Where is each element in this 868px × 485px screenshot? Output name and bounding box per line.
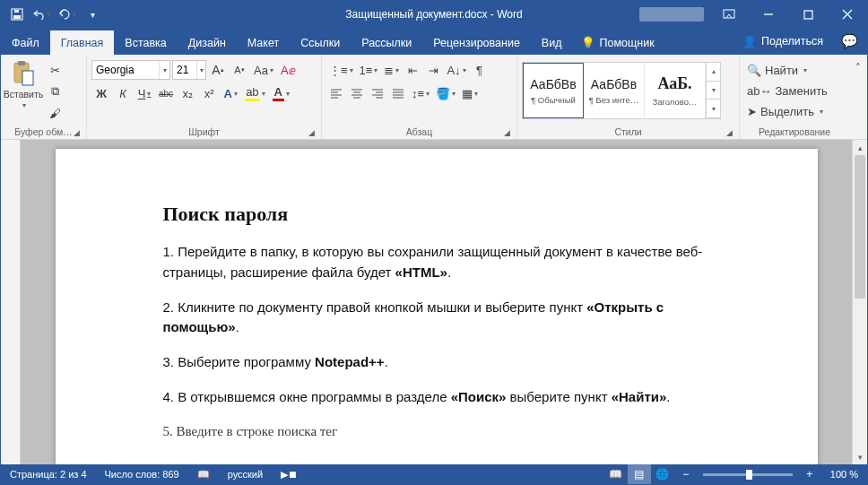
view-print-layout[interactable]: ▤	[628, 464, 651, 484]
maximize-button[interactable]	[788, 1, 828, 28]
tab-file[interactable]: Файл	[1, 30, 50, 55]
align-center-button[interactable]	[347, 83, 367, 103]
tab-view[interactable]: Вид	[531, 30, 573, 55]
gallery-up-icon[interactable]: ▴	[706, 63, 720, 82]
chevron-down-icon[interactable]: ▾	[159, 61, 169, 79]
status-macro[interactable]: ▶⏹	[272, 464, 307, 484]
doc-heading[interactable]: Поиск пароля	[163, 203, 710, 226]
styles-gallery[interactable]: АаБбВв ¶ Обычный АаБбВв ¶ Без инте… АаБ.…	[522, 62, 721, 119]
clear-formatting-button[interactable]: Aⅇ	[278, 60, 299, 80]
font-family-combo[interactable]: ▾	[91, 60, 170, 80]
justify-button[interactable]	[388, 83, 408, 103]
font-family-input[interactable]	[92, 61, 159, 79]
italic-button[interactable]: К	[113, 83, 133, 103]
shrink-font-button[interactable]: A▾	[230, 60, 249, 80]
doc-paragraph-3[interactable]: 3. Выберите программу Notepad++.	[163, 352, 710, 373]
save-icon[interactable]	[6, 4, 28, 25]
doc-paragraph-2[interactable]: 2. Кликните по документу правой кнопкой …	[163, 298, 710, 339]
zoom-in-button[interactable]: +	[798, 464, 821, 484]
font-dialog-launcher[interactable]: ◢	[306, 127, 317, 138]
gallery-down-icon[interactable]: ▾	[706, 82, 720, 100]
paste-button[interactable]: Вставить	[4, 56, 43, 113]
qat-customize-icon[interactable]: ▾	[82, 4, 103, 25]
doc-paragraph-5[interactable]: 5. Введите в строке поиска тег	[163, 422, 710, 442]
redo-icon[interactable]	[56, 4, 78, 25]
tab-insert[interactable]: Вставка	[114, 30, 177, 55]
tab-home[interactable]: Главная	[50, 30, 115, 55]
zoom-level[interactable]: 100 %	[821, 469, 867, 480]
vertical-ruler[interactable]	[1, 140, 21, 464]
sort-button[interactable]: A↓	[444, 60, 468, 80]
view-read-mode[interactable]: 📖	[604, 464, 628, 484]
collapse-ribbon-button[interactable]: ˄	[850, 58, 866, 76]
tab-review[interactable]: Рецензирование	[422, 30, 531, 55]
zoom-out-button[interactable]: −	[674, 464, 698, 484]
vertical-scrollbar[interactable]: ▴ ▾	[852, 140, 867, 464]
style-no-spacing[interactable]: АаБбВв ¶ Без инте…	[584, 63, 645, 118]
style-normal[interactable]: АаБбВв ¶ Обычный	[523, 63, 584, 118]
page-viewport[interactable]: Поиск пароля 1. Перейдите в папку, в кот…	[21, 140, 852, 464]
share-button[interactable]: 👤 Поделиться	[733, 30, 832, 54]
numbering-button[interactable]: 1≡	[357, 60, 381, 80]
statusbar: Страница: 2 из 4 Число слов: 869 📖 русск…	[1, 464, 867, 484]
font-size-input[interactable]	[173, 61, 196, 79]
borders-button[interactable]: ▦	[459, 83, 481, 103]
view-web-layout[interactable]: 🌐	[651, 464, 674, 484]
scroll-track[interactable]	[853, 155, 867, 449]
bullets-button[interactable]: ⋮≡	[326, 60, 356, 80]
subscript-button[interactable]: x₂	[178, 83, 197, 103]
scroll-thumb[interactable]	[855, 155, 865, 299]
grow-font-button[interactable]: A▴	[208, 60, 228, 80]
scroll-down-icon[interactable]: ▾	[853, 449, 867, 464]
gallery-more-icon[interactable]: ▾	[706, 100, 720, 118]
strikethrough-button[interactable]: abc	[156, 83, 176, 103]
replace-button[interactable]: ab↔Заменить	[744, 81, 845, 100]
zoom-slider-thumb[interactable]	[746, 470, 752, 480]
align-left-button[interactable]	[326, 83, 346, 103]
doc-paragraph-1[interactable]: 1. Перейдите в папку, в которую вы сохра…	[163, 242, 710, 283]
styles-dialog-launcher[interactable]: ◢	[724, 127, 734, 138]
tab-mailings[interactable]: Рассылки	[351, 30, 422, 55]
line-spacing-button[interactable]: ↕≡	[409, 83, 432, 103]
status-word-count[interactable]: Число слов: 869	[96, 464, 188, 484]
scroll-up-icon[interactable]: ▴	[853, 140, 867, 155]
find-button[interactable]: 🔍Найти	[744, 60, 845, 80]
ribbon-display-options-icon[interactable]	[709, 1, 749, 28]
show-marks-button[interactable]: ¶	[470, 60, 490, 80]
cut-button[interactable]: ✂	[45, 60, 65, 80]
tab-layout[interactable]: Макет	[237, 30, 290, 55]
increase-indent-button[interactable]: ⇥	[423, 60, 443, 80]
align-right-button[interactable]	[368, 83, 387, 103]
clipboard-dialog-launcher[interactable]: ◢	[71, 127, 82, 138]
document-page[interactable]: Поиск пароля 1. Перейдите в папку, в кот…	[56, 149, 818, 464]
paragraph-dialog-launcher[interactable]: ◢	[501, 127, 512, 138]
zoom-slider[interactable]	[703, 473, 793, 476]
style-heading1[interactable]: АаБ. Заголово…	[645, 63, 706, 118]
shading-button[interactable]: 🪣	[433, 83, 458, 103]
decrease-indent-button[interactable]: ⇤	[403, 60, 422, 80]
undo-icon[interactable]	[31, 4, 53, 25]
status-page[interactable]: Страница: 2 из 4	[1, 464, 96, 484]
text-effects-button[interactable]: A	[221, 83, 240, 103]
format-painter-button[interactable]: 🖌	[45, 103, 65, 123]
change-case-button[interactable]: Aa	[251, 60, 276, 80]
doc-paragraph-4[interactable]: 4. В открывшемся окне программы в раздел…	[163, 387, 710, 408]
comments-toggle-icon[interactable]: 💬	[832, 28, 867, 55]
underline-button[interactable]: Ч	[135, 83, 154, 103]
tab-design[interactable]: Дизайн	[178, 30, 237, 55]
bold-button[interactable]: Ж	[91, 83, 111, 103]
superscript-button[interactable]: x²	[199, 83, 219, 103]
multilevel-list-button[interactable]: ≣	[381, 60, 402, 80]
font-size-combo[interactable]: ▾	[172, 60, 206, 80]
minimize-button[interactable]	[749, 1, 788, 28]
select-button[interactable]: ➤Выделить	[744, 101, 845, 121]
copy-button[interactable]: ⧉	[45, 82, 65, 101]
chevron-down-icon[interactable]: ▾	[196, 61, 205, 79]
status-language[interactable]: русский	[219, 464, 272, 484]
font-color-button[interactable]: A	[270, 83, 292, 103]
status-spellcheck[interactable]: 📖	[188, 464, 219, 484]
tell-me-search[interactable]: 💡 Помощник	[572, 30, 663, 55]
highlight-color-button[interactable]: ab	[242, 83, 267, 103]
close-button[interactable]	[828, 1, 867, 28]
tab-references[interactable]: Ссылки	[290, 30, 351, 55]
